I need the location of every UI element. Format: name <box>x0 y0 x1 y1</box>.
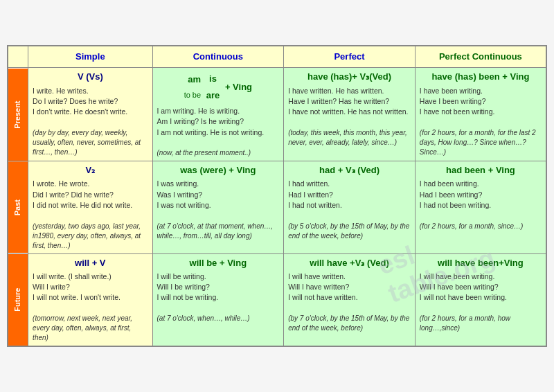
present-perfect-note: (today, this week, this month, this year… <box>288 128 411 148</box>
present-continuous-formula: am to be is are + Ving <box>157 71 280 103</box>
future-perfectcont: will have been+Ving I will have been wri… <box>415 253 546 346</box>
present-perfect: have (has)+ V₃(Ved) I have written. He h… <box>284 68 416 161</box>
future-perfect-note: (by 7 o'clock, by the 15th of May, by th… <box>288 314 411 333</box>
past-simple-body: I wrote. He wrote. Did I write? Did he w… <box>33 179 148 211</box>
row-present: Present V (Vs) I write. He writes. Do I … <box>8 68 546 161</box>
future-perfectcont-title: will have been+Ving <box>420 257 542 269</box>
past-continuous: was (were) + Ving I was writing. Was I w… <box>152 161 284 253</box>
past-perfectcont-note: (for 2 hours, for a month, since…) <box>420 222 542 231</box>
future-perfectcont-body: I will have been writing. Will I have be… <box>420 271 542 303</box>
label-future: Future <box>8 253 28 346</box>
past-perfect: had + V₃ (Ved) I had written. Had I writ… <box>284 161 416 253</box>
past-perfectcont-title: had been + Ving <box>420 164 542 177</box>
header-empty <box>8 46 28 68</box>
present-perfectcont-title: have (has) been + Ving <box>420 71 542 83</box>
present-continuous-body: I am writing. He is writing. Am I writin… <box>157 106 280 138</box>
past-perfect-body: I had written. Had I written? I had not … <box>288 179 411 211</box>
future-continuous-title: will be + Ving <box>157 257 280 269</box>
header-perfect: Perfect <box>284 46 416 68</box>
present-simple-title: V (Vs) <box>33 71 148 83</box>
future-simple-body: I will write. (I shall write.) Will I wr… <box>33 271 148 303</box>
future-continuous: will be + Ving I will be writing. Will I… <box>152 253 284 346</box>
present-perfectcont: have (has) been + Ving I have been writi… <box>415 68 546 161</box>
past-perfect-title: had + V₃ (Ved) <box>288 164 411 177</box>
past-perfectcont-body: I had been writing. Had I been writing? … <box>420 179 542 211</box>
label-past: Past <box>8 161 28 253</box>
past-simple: V₂ I wrote. He wrote. Did I write? Did h… <box>28 161 152 253</box>
future-perfect-title: will have +V₃ (Ved) <box>288 257 411 269</box>
label-present: Present <box>8 68 28 161</box>
past-continuous-note: (at 7 o'clock, at that moment, when…, wh… <box>157 222 280 241</box>
row-future: Future will + V I will write. (I shall w… <box>8 253 546 346</box>
future-perfect: will have +V₃ (Ved) I will have written.… <box>284 253 416 346</box>
header-row: Simple Continuous Perfect Perfect Contin… <box>8 46 546 68</box>
header-continuous: Continuous <box>152 46 284 68</box>
grammar-table: Simple Continuous Perfect Perfect Contin… <box>7 45 547 346</box>
future-continuous-body: I will be writing. Will I be writing? I … <box>157 271 280 303</box>
future-perfect-body: I will have written. Will I have written… <box>288 271 411 303</box>
present-continuous-note: (now, at the present moment..) <box>157 148 280 158</box>
past-simple-note: (yesterday, two days ago, last year, in1… <box>33 222 148 251</box>
past-continuous-title: was (were) + Ving <box>157 164 280 177</box>
present-simple-note: (day by day, every day, weekly, usually,… <box>33 128 148 157</box>
present-perfect-body: I have written. He has written. Have I w… <box>288 86 411 118</box>
past-perfect-note: (by 5 o'clock, by the 15th of May, by th… <box>288 222 411 241</box>
header-perfectcont: Perfect Continuous <box>415 46 546 68</box>
present-simple: V (Vs) I write. He writes. Do I write? D… <box>28 68 152 161</box>
future-simple-title: will + V <box>33 257 148 269</box>
present-perfect-title: have (has)+ V₃(Ved) <box>288 71 411 83</box>
future-simple: will + V I will write. (I shall write.) … <box>28 253 152 346</box>
present-perfectcont-note: (for 2 hours, for a month, for the last … <box>420 128 542 157</box>
header-simple: Simple <box>28 46 152 68</box>
present-simple-body: I write. He writes. Do I write? Does he … <box>33 86 148 118</box>
past-continuous-body: I was writing. Was I writing? I was not … <box>157 179 280 211</box>
future-continuous-note: (at 7 o'clock, when…, while…) <box>157 314 280 323</box>
row-past: Past V₂ I wrote. He wrote. Did I write? … <box>8 161 546 253</box>
present-perfectcont-body: I have been writing. Have I been writing… <box>420 86 542 118</box>
present-continuous: am to be is are + Ving I am writing. He … <box>152 68 284 161</box>
future-simple-note: (tomorrow, next week, next year, every d… <box>33 314 148 343</box>
future-perfectcont-note: (for 2 hours, for a month, how long…,sin… <box>420 314 542 333</box>
past-perfectcont: had been + Ving I had been writing. Had … <box>415 161 546 253</box>
past-simple-title: V₂ <box>33 164 148 177</box>
